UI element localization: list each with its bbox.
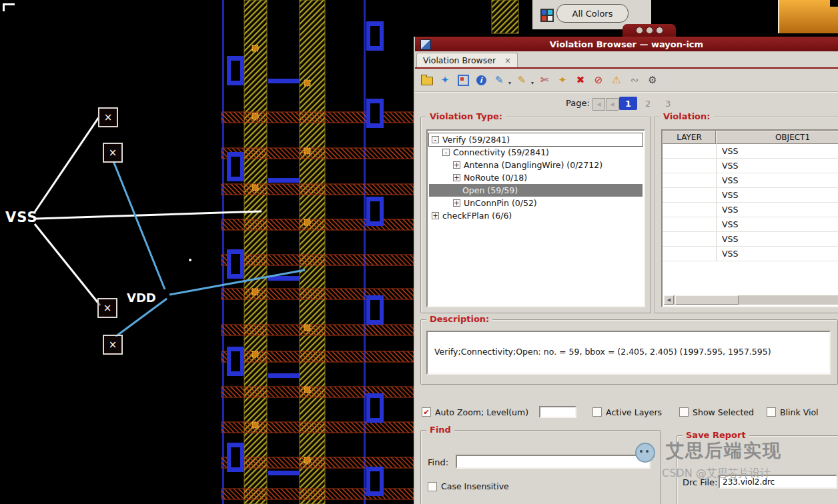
page-number-3[interactable]: 3 — [665, 99, 671, 109]
tree-item-label: UnConnPin (0/52) — [464, 198, 537, 208]
column-header-object1[interactable]: OBJECT1 — [716, 131, 838, 144]
object1-cell: VSS — [717, 247, 838, 261]
description-group: Description: Verify;Connectivity;Open: n… — [420, 319, 838, 385]
x-marker-icon: × — [103, 302, 112, 314]
table-row[interactable]: VSS — [663, 159, 838, 173]
table-row[interactable]: VSS — [663, 247, 838, 261]
x-marker-icon: × — [109, 147, 117, 159]
expand-icon[interactable]: + — [453, 174, 460, 181]
link-icon[interactable]: ∾ — [628, 73, 641, 87]
pin-marker[interactable]: × — [103, 143, 123, 163]
warning-triangle-icon: ⚠ — [612, 74, 620, 86]
tree-item-antenna[interactable]: + Antenna (DanglingWire) (0/2712) — [429, 159, 643, 171]
dropdown-arrow-icon[interactable]: ▾ — [508, 80, 511, 86]
tree-item-label: Verify (59/2841) — [442, 135, 510, 145]
page-prev-button[interactable]: ◀ — [606, 98, 618, 111]
zoom-level-input[interactable] — [539, 406, 576, 418]
collapse-icon[interactable]: - — [442, 149, 450, 156]
open-report-icon[interactable] — [420, 73, 434, 87]
tab-violation-browser[interactable]: Violation Browser × — [416, 53, 518, 67]
violation-browser-window: Violation Browser — wayon-icm Violation … — [414, 37, 838, 504]
tree-item-label: Connectivity (59/2841) — [453, 147, 549, 157]
warning-icon[interactable]: ⚠ — [610, 73, 623, 87]
tree-item-open-selected[interactable]: Open (59/59) — [429, 184, 643, 197]
tab-bar: Violation Browser × — [415, 51, 838, 69]
tree-item-unconnpin[interactable]: + UnConnPin (0/52) — [429, 197, 643, 209]
page-number-1[interactable]: 1 — [619, 97, 637, 110]
gear-icon: ⚙ — [648, 74, 657, 86]
zoom-box-icon — [458, 75, 469, 86]
info-icon[interactable]: i — [474, 73, 488, 87]
expand-icon[interactable]: + — [453, 161, 460, 169]
active-layers-checkbox[interactable] — [592, 407, 602, 417]
violation-type-tree[interactable]: - Verify (59/2841) - Connectivity (59/28… — [426, 129, 645, 307]
tree-item-label: Open (59/59) — [462, 185, 518, 195]
violation-title: Violation: — [660, 111, 714, 121]
scroll-left-icon[interactable]: ◀ — [664, 295, 674, 305]
save-report-title: Save Report — [683, 430, 749, 440]
expand-icon[interactable]: + — [432, 212, 439, 219]
page-number-2[interactable]: 2 — [645, 99, 651, 109]
show-selected-checkbox[interactable] — [679, 407, 689, 417]
horizontal-scrollbar[interactable]: ◀ — [664, 295, 838, 305]
show-selected-label: Show Selected — [693, 407, 754, 417]
background-window-titlebar — [622, 24, 676, 37]
window-button-icon[interactable] — [636, 27, 643, 34]
tree-item-label: checkFPlan (6/6) — [442, 211, 512, 221]
stop-icon[interactable]: ⊘ — [592, 73, 605, 87]
blink-viol-checkbox[interactable] — [767, 407, 776, 417]
background-window-fragment — [778, 0, 838, 33]
app-icon — [420, 39, 431, 50]
window-titlebar[interactable]: Violation Browser — wayon-icm — [415, 37, 838, 51]
drc-file-input[interactable] — [719, 475, 837, 489]
highlight-all-icon[interactable]: ✦ — [556, 73, 569, 87]
color-palette-icon — [540, 9, 554, 22]
collapse-icon[interactable]: - — [432, 136, 439, 143]
column-header-layer[interactable]: LAYER — [663, 131, 716, 144]
table-row[interactable]: VSS — [663, 173, 838, 188]
settings-gear-icon[interactable]: ⚙ — [646, 73, 659, 87]
check-icon: ✔ — [423, 408, 429, 417]
tab-close-icon[interactable]: × — [504, 56, 511, 65]
all-colors-button[interactable]: All Colors — [556, 4, 628, 23]
find-input[interactable] — [456, 455, 651, 469]
table-row[interactable]: VSS — [663, 188, 838, 203]
description-title: Description: — [426, 314, 492, 324]
window-button-icon[interactable] — [656, 27, 663, 34]
table-header: LAYER OBJECT1 — [663, 131, 838, 144]
table-row[interactable]: VSS — [663, 144, 838, 159]
tree-item-noroute[interactable]: + NoRoute (0/18) — [429, 171, 643, 184]
prev-violation-icon[interactable]: ✎▾ — [492, 73, 506, 87]
next-violation-icon[interactable]: ✎▾ — [515, 73, 528, 87]
table-row[interactable]: VSS — [663, 203, 838, 217]
zoom-selection-icon[interactable] — [456, 73, 470, 87]
screen: × × × × VSS VDD All Colors Violation Bro… — [0, 0, 838, 504]
layout-corner-mark — [3, 3, 15, 11]
pin-marker[interactable]: × — [98, 107, 118, 127]
table-row[interactable]: VSS — [663, 232, 838, 247]
vss-net-label: VSS — [5, 209, 38, 225]
delete-violation-icon[interactable]: ✖ — [574, 73, 587, 87]
expand-icon[interactable]: + — [453, 199, 460, 207]
tree-item-connectivity[interactable]: - Connectivity (59/2841) — [429, 146, 643, 159]
tree-item-verify[interactable]: - Verify (59/2841) — [429, 133, 643, 146]
violation-table[interactable]: LAYER OBJECT1 VSS VSS VSS VSS VSS VSS VS… — [661, 129, 838, 307]
tree-item-checkfplan[interactable]: + checkFPlan (6/6) — [429, 209, 643, 222]
find-title: Find — [426, 425, 454, 435]
pin-marker[interactable]: × — [103, 335, 123, 355]
clear-highlight-icon[interactable]: ✄ — [538, 73, 551, 87]
page-first-button[interactable]: ◀ — [592, 98, 605, 111]
auto-zoom-checkbox[interactable]: ✔ — [422, 407, 431, 417]
pen-icon: ✎ — [518, 74, 526, 86]
highlight-wand-icon[interactable]: ✦ — [438, 73, 452, 87]
star-icon: ✦ — [558, 74, 567, 86]
description-box: Verify;Connectivity;Open: no. = 59, bbox… — [426, 331, 831, 375]
table-row[interactable]: VSS — [663, 217, 838, 232]
auto-zoom-label: Auto Zoom; Level(um) — [435, 407, 528, 417]
dropdown-arrow-icon[interactable]: ▾ — [531, 80, 534, 86]
pin-marker[interactable]: × — [97, 298, 117, 318]
case-insensitive-checkbox[interactable] — [428, 482, 437, 491]
scrollbar-thumb[interactable] — [675, 295, 739, 305]
description-text: Verify;Connectivity;Open: no. = 59, bbox… — [434, 347, 771, 357]
window-button-icon[interactable] — [646, 27, 653, 34]
